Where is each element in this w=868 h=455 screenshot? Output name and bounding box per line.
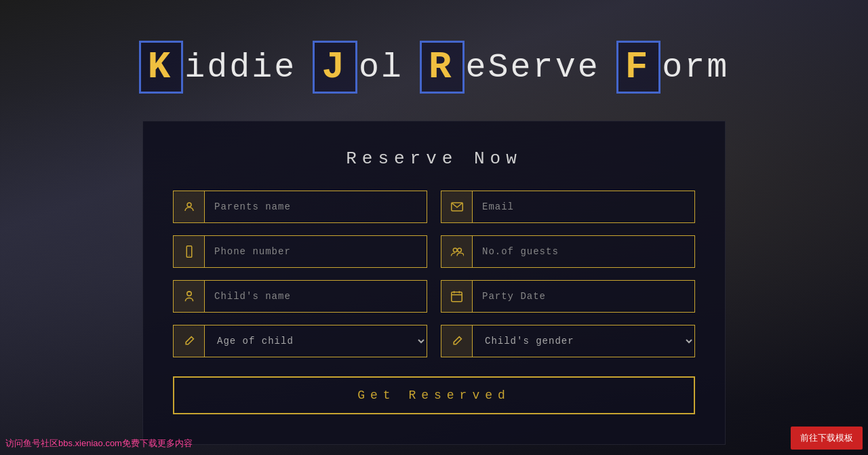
phone-icon [174, 236, 205, 267]
title-letter-k: K [139, 41, 184, 94]
email-wrapper [441, 191, 695, 223]
title-row: Kiddie Jol ReServe Form [139, 41, 730, 94]
form-heading: Reserve Now [173, 149, 695, 169]
title-letter-f: F [616, 41, 661, 94]
child-icon [174, 281, 205, 312]
download-button[interactable]: 前往下载模板 [791, 427, 863, 450]
title-word-1: iddie [184, 48, 296, 87]
gender-select[interactable]: Child's gender Boy Girl Other [473, 325, 694, 357]
party-date-wrapper [441, 280, 695, 313]
age-wrapper: Age of child 1 2 3 4 5 6 7 8 9 10 11 12 [173, 325, 427, 357]
svg-point-4 [457, 248, 461, 252]
title-word-3: eServe [466, 48, 600, 87]
guests-input[interactable] [473, 236, 694, 267]
age-select[interactable]: Age of child 1 2 3 4 5 6 7 8 9 10 11 12 [205, 325, 427, 357]
gender-wrapper: Child's gender Boy Girl Other [441, 325, 695, 357]
form-grid: Age of child 1 2 3 4 5 6 7 8 9 10 11 12 [173, 191, 695, 357]
title-letter-r: R [420, 41, 465, 94]
svg-point-3 [453, 248, 457, 252]
party-date-input[interactable] [473, 281, 694, 312]
child-name-wrapper [173, 280, 427, 313]
calendar-icon [441, 281, 473, 312]
child-name-input[interactable] [205, 281, 427, 312]
title-word-2: ol [359, 48, 403, 87]
watermark: 访问鱼号社区bbs.xieniao.com免费下载更多内容 [5, 437, 193, 450]
edit-icon-age [174, 325, 205, 357]
edit-icon-gender [441, 325, 473, 357]
submit-button[interactable]: Get Reserved [173, 376, 695, 414]
phone-input[interactable] [205, 236, 427, 267]
parents-name-input[interactable] [205, 191, 427, 222]
email-input[interactable] [473, 191, 694, 222]
title-word-4: orm [662, 48, 729, 87]
guests-wrapper [441, 235, 695, 268]
guests-icon [441, 236, 473, 267]
title-letter-j: J [313, 41, 357, 94]
parents-name-wrapper [173, 191, 427, 223]
phone-wrapper [173, 235, 427, 268]
user-icon [174, 191, 205, 222]
page-content: Kiddie Jol ReServe Form Reserve Now [0, 0, 868, 445]
page-title: Kiddie Jol ReServe Form [139, 41, 730, 94]
svg-point-0 [187, 203, 191, 207]
svg-rect-7 [452, 292, 462, 302]
email-icon [441, 191, 473, 222]
form-container: Reserve Now [142, 121, 726, 445]
